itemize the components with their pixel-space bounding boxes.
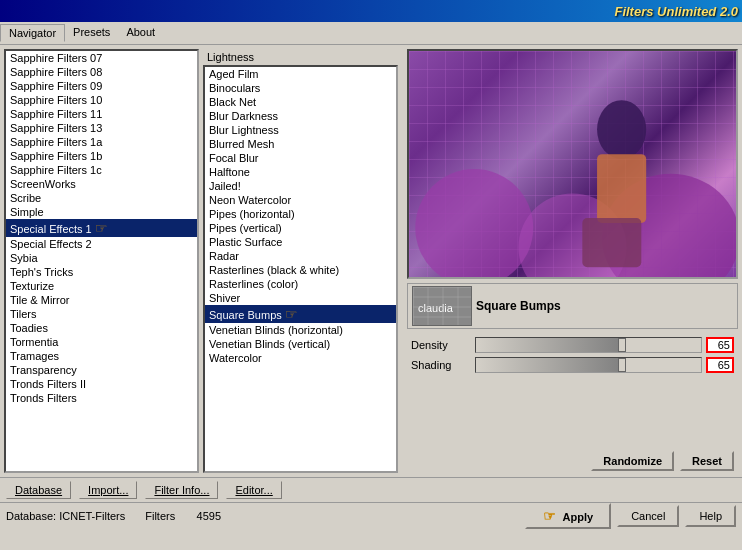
right-panel: claudia Square Bumps <box>407 49 738 473</box>
app-title: Filters Unlimited 2.0 <box>614 4 738 19</box>
list-item[interactable]: Special Effects 2 <box>6 237 197 251</box>
preview-image <box>409 51 736 277</box>
shading-slider[interactable] <box>475 357 702 373</box>
middle-item[interactable]: Aged Film <box>205 67 396 81</box>
database-status: Database: ICNET-Filters <box>6 510 125 522</box>
middle-item[interactable]: Venetian Blinds (horizontal) <box>205 323 396 337</box>
apply-arrow-icon: ☞ <box>543 508 556 524</box>
list-item[interactable]: Tile & Mirror <box>6 293 197 307</box>
tab-navigator[interactable]: Navigator <box>0 24 65 42</box>
middle-item[interactable]: Radar <box>205 249 396 263</box>
shading-slider-row: Shading <box>411 357 734 373</box>
middle-item[interactable]: Pipes (horizontal) <box>205 207 396 221</box>
import-button[interactable]: Import... <box>79 481 137 499</box>
list-item[interactable]: Sapphire Filters 07 <box>6 51 197 65</box>
list-item[interactable]: ScreenWorks <box>6 177 197 191</box>
list-item-selected[interactable]: Special Effects 1 ☞ <box>6 219 197 237</box>
middle-item[interactable]: Neon Watercolor <box>205 193 396 207</box>
database-label: Database: <box>6 510 56 522</box>
filters-label: Filters <box>145 510 175 522</box>
filters-status: Filters 4595 <box>145 510 221 522</box>
list-item[interactable]: Tilers <box>6 307 197 321</box>
middle-item[interactable]: Blurred Mesh <box>205 137 396 151</box>
middle-item[interactable]: Jailed! <box>205 179 396 193</box>
sliders-area: Density Shading <box>407 333 738 377</box>
middle-item[interactable]: Blur Lightness <box>205 123 396 137</box>
left-filter-list[interactable]: Sapphire Filters 07 Sapphire Filters 08 … <box>4 49 199 473</box>
middle-filter-list[interactable]: Aged Film Binoculars Black Net Blur Dark… <box>203 65 398 473</box>
reset-button[interactable]: Reset <box>680 451 734 471</box>
middle-item[interactable]: Rasterlines (color) <box>205 277 396 291</box>
list-item[interactable]: Sapphire Filters 11 <box>6 107 197 121</box>
randomize-button[interactable]: Randomize <box>591 451 674 471</box>
title-bar: Filters Unlimited 2.0 <box>0 0 742 22</box>
middle-item-selected[interactable]: Square Bumps ☞ <box>205 305 396 323</box>
list-item[interactable]: Teph's Tricks <box>6 265 197 279</box>
middle-item[interactable]: Focal Blur <box>205 151 396 165</box>
shading-thumb[interactable] <box>618 358 626 372</box>
list-item[interactable]: Sapphire Filters 1a <box>6 135 197 149</box>
arrow-icon: ☞ <box>95 220 108 236</box>
apply-button[interactable]: ☞ Apply <box>525 503 611 529</box>
preview-area <box>407 49 738 279</box>
editor-button[interactable]: Editor... <box>226 481 281 499</box>
middle-item[interactable]: Blur Darkness <box>205 109 396 123</box>
list-item[interactable]: Tronds Filters II <box>6 377 197 391</box>
list-item[interactable]: Simple <box>6 205 197 219</box>
menu-bar: Navigator Presets About <box>0 22 742 45</box>
density-slider[interactable] <box>475 337 702 353</box>
density-fill <box>476 338 622 352</box>
bottom-toolbar: Database Import... Filter Info... Editor… <box>0 477 742 502</box>
filter-name-label: Square Bumps <box>476 299 561 313</box>
shading-value[interactable] <box>706 357 734 373</box>
apply-label: Apply <box>563 511 594 523</box>
filter-info-button[interactable]: Filter Info... <box>145 481 218 499</box>
list-item[interactable]: Tronds Filters <box>6 391 197 405</box>
rand-reset-bar: Randomize Reset <box>407 449 738 473</box>
list-item[interactable]: Sapphire Filters 10 <box>6 93 197 107</box>
svg-point-3 <box>597 100 646 159</box>
middle-item[interactable]: Rasterlines (black & white) <box>205 263 396 277</box>
shading-fill <box>476 358 622 372</box>
database-button[interactable]: Database <box>6 481 71 499</box>
density-thumb[interactable] <box>618 338 626 352</box>
middle-item[interactable]: Watercolor <box>205 351 396 365</box>
svg-rect-5 <box>582 218 641 267</box>
filter-thumbnail: claudia <box>413 287 472 326</box>
cancel-button[interactable]: Cancel <box>617 505 679 527</box>
list-item[interactable]: Texturize <box>6 279 197 293</box>
apply-cancel-area: ☞ Apply Cancel Help <box>525 503 736 529</box>
middle-item[interactable]: Black Net <box>205 95 396 109</box>
middle-item[interactable]: Halftone <box>205 165 396 179</box>
density-value[interactable] <box>706 337 734 353</box>
middle-item[interactable]: Pipes (vertical) <box>205 221 396 235</box>
list-item[interactable]: Sapphire Filters 1b <box>6 149 197 163</box>
list-item[interactable]: Tramages <box>6 349 197 363</box>
tab-presets[interactable]: Presets <box>65 24 118 42</box>
arrow-icon: ☞ <box>285 306 298 322</box>
list-item[interactable]: Transparency <box>6 363 197 377</box>
list-item[interactable]: Tormentia <box>6 335 197 349</box>
list-item[interactable]: Sapphire Filters 08 <box>6 65 197 79</box>
middle-item[interactable]: Binoculars <box>205 81 396 95</box>
filter-label-bar: claudia Square Bumps <box>407 283 738 329</box>
list-item[interactable]: Sybia <box>6 251 197 265</box>
density-slider-row: Density <box>411 337 734 353</box>
list-item[interactable]: Scribe <box>6 191 197 205</box>
database-value: ICNET-Filters <box>59 510 125 522</box>
help-button[interactable]: Help <box>685 505 736 527</box>
tab-about[interactable]: About <box>118 24 163 42</box>
content-area: Sapphire Filters 07 Sapphire Filters 08 … <box>0 45 742 477</box>
extra-space <box>407 381 738 445</box>
list-item[interactable]: Sapphire Filters 13 <box>6 121 197 135</box>
middle-item[interactable]: Plastic Surface <box>205 235 396 249</box>
list-item[interactable]: Toadies <box>6 321 197 335</box>
svg-text:claudia: claudia <box>418 302 454 314</box>
density-label: Density <box>411 339 471 351</box>
preview-figure <box>409 51 736 277</box>
middle-panel-header: Lightness <box>203 49 403 65</box>
middle-item[interactable]: Shiver <box>205 291 396 305</box>
middle-item[interactable]: Venetian Blinds (vertical) <box>205 337 396 351</box>
list-item[interactable]: Sapphire Filters 1c <box>6 163 197 177</box>
list-item[interactable]: Sapphire Filters 09 <box>6 79 197 93</box>
